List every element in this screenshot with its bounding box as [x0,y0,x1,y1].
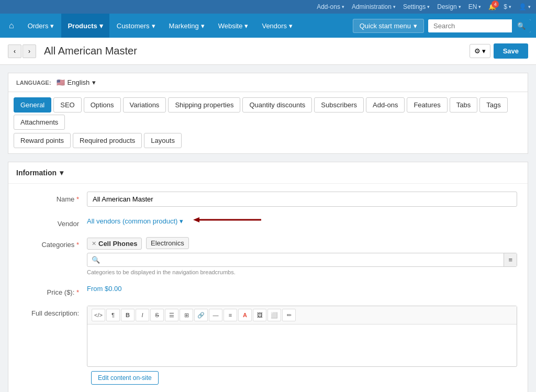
currency-caret: ▾ [509,4,511,9]
search-input[interactable] [428,19,512,32]
price-row: Price ($): * From $0.00 [19,285,517,296]
editor-container: </> ¶ B I S ☰ ⊞ 🔗 — ≡ A 🖼 ⬜ [87,306,517,367]
language-bar: LANGUAGE: 🇺🇸 English ▾ [8,73,528,92]
design-menu[interactable]: Design ▾ [437,3,461,10]
category-name-electronics: Electronics [151,239,184,247]
tab-reward[interactable]: Reward points [14,133,71,148]
editor-font-color[interactable]: A [238,309,252,321]
language-label: LANGUAGE: [16,80,51,86]
editor-image[interactable]: 🖼 [253,309,266,321]
administration-menu[interactable]: Administration ▾ [352,3,396,10]
tab-layouts[interactable]: Layouts [144,133,182,148]
editor-hr[interactable]: — [209,309,222,321]
design-caret: ▾ [459,4,461,9]
nav-bar: ⌂ Orders ▾ Products ▾ Customers ▾ Market… [0,14,536,38]
home-icon: ⌂ [9,21,14,30]
name-input[interactable] [87,192,517,207]
nav-website[interactable]: Website ▾ [212,14,255,38]
remove-cellphones[interactable]: ✕ [92,240,96,247]
user-caret: ▾ [528,4,531,9]
tab-seo[interactable]: SEO [53,97,81,113]
editor-link[interactable]: 🔗 [194,309,208,321]
category-hint: Categories to be displayed in the naviga… [87,269,517,275]
category-tags: ✕ Cell Phones Electronics [87,237,517,250]
addons-caret: ▾ [342,4,344,9]
nav-products[interactable]: Products ▾ [61,14,109,38]
tab-tags[interactable]: Tags [479,97,507,113]
tab-tabs[interactable]: Tabs [450,97,477,113]
page-header-actions: ⚙ ▾ Save [470,43,528,59]
user-icon: 👤 [519,3,527,10]
back-button[interactable]: ‹ [8,44,21,58]
products-caret: ▾ [99,22,103,30]
settings-menu[interactable]: Settings ▾ [403,3,430,10]
website-caret: ▾ [244,22,248,30]
tab-quantity[interactable]: Quantity discounts [242,97,312,113]
vendor-link[interactable]: All vendors (common product) ▾ [87,217,185,225]
editor-table[interactable]: ⊞ [180,309,193,321]
editor-paragraph[interactable]: ¶ [106,309,120,321]
gear-caret: ▾ [482,47,486,55]
save-button[interactable]: Save [494,43,528,59]
tab-options[interactable]: Options [84,97,121,113]
marketing-caret: ▾ [201,22,205,30]
addons-menu[interactable]: Add-ons ▾ [317,3,344,10]
editor-strike[interactable]: S [150,309,164,321]
editor-source[interactable]: </> [92,309,105,321]
language-selector[interactable]: 🇺🇸 English ▾ [57,79,96,86]
nav-customers[interactable]: Customers ▾ [110,14,162,38]
top-bar: Add-ons ▾ Administration ▾ Settings ▾ De… [0,0,536,14]
notifications-button[interactable]: 🔔 4 [488,3,496,10]
settings-caret: ▾ [427,4,430,9]
search-button[interactable]: 🔍 [512,19,531,32]
quick-start-button[interactable]: Quick start menu ▾ [353,19,424,33]
editor-edit[interactable]: ✏ [282,309,296,321]
price-control: From $0.00 [87,285,517,293]
search-box: 🔍 [428,19,531,32]
editor-bold[interactable]: B [121,309,135,321]
nav-vendors[interactable]: Vendors ▾ [255,14,299,38]
vendor-label: Vendor [19,216,87,228]
tabs-container: General SEO Options Variations Shipping … [8,92,528,154]
category-search-input[interactable] [104,253,504,266]
language-menu[interactable]: EN ▾ [468,3,482,10]
editor-italic[interactable]: I [136,309,149,321]
user-menu[interactable]: 👤 ▾ [519,3,531,10]
tab-general[interactable]: General [14,97,51,113]
editor-embed[interactable]: ⬜ [267,309,281,321]
category-name-cellphones: Cell Phones [98,240,137,248]
price-label: Price ($): * [19,285,87,296]
section-collapse-icon: ▾ [60,169,63,177]
category-search-icon: 🔍 [87,253,104,266]
category-tag-cellphones: ✕ Cell Phones [87,238,142,250]
flag-icon: 🇺🇸 [57,79,65,86]
settings-button[interactable]: ⚙ ▾ [470,44,490,58]
tab-shipping[interactable]: Shipping properties [168,97,240,113]
tab-subscribers[interactable]: Subscribers [314,97,364,113]
tab-addons[interactable]: Add-ons [366,97,405,113]
currency-menu[interactable]: $ ▾ [504,3,511,10]
tabs-row1: General SEO Options Variations Shipping … [14,97,522,130]
name-required: * [76,195,79,203]
nav-marketing[interactable]: Marketing ▾ [163,14,211,38]
description-control: </> ¶ B I S ☰ ⊞ 🔗 — ≡ A 🖼 ⬜ [87,306,517,389]
page-header: ‹ › All American Master ⚙ ▾ Save [0,38,536,65]
editor-align[interactable]: ≡ [224,309,237,321]
arrow-annotation [193,216,261,223]
edit-content-button[interactable]: Edit content on-site [91,371,159,385]
tab-features[interactable]: Features [407,97,447,113]
editor-area[interactable] [87,324,517,366]
language-value: English [68,79,90,86]
notification-badge: 4 [492,1,499,8]
forward-button[interactable]: › [23,44,36,58]
nav-orders[interactable]: Orders ▾ [21,14,61,38]
tab-variations[interactable]: Variations [123,97,166,113]
name-row: Name * [19,192,517,207]
category-list-icon[interactable]: ≡ [504,253,517,266]
tab-attachments[interactable]: Attachments [14,115,65,130]
tab-required[interactable]: Required products [73,133,142,148]
description-row: Full description: </> ¶ B I S ☰ ⊞ 🔗 [19,306,517,389]
editor-list[interactable]: ☰ [165,309,178,321]
section-header[interactable]: Information ▾ [8,162,528,184]
home-button[interactable]: ⌂ [3,14,20,38]
